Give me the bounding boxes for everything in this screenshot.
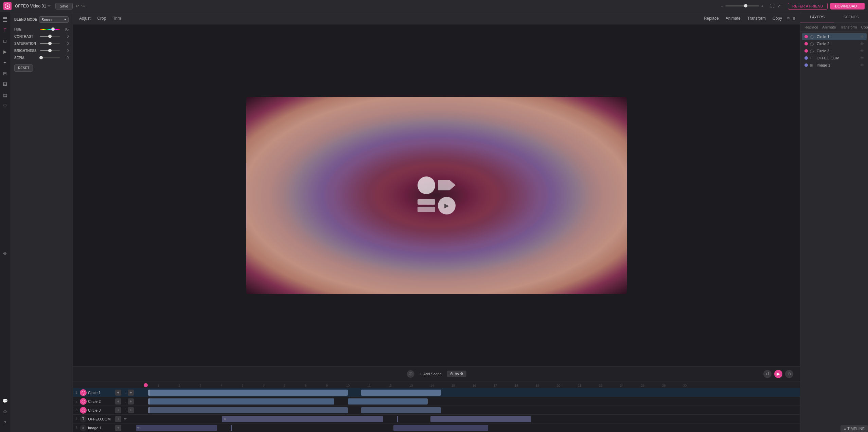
hue-slider[interactable]	[40, 29, 60, 30]
layer-item-circle1[interactable]: ◯ Circle 1 👁	[802, 33, 867, 40]
fit-screen-icon[interactable]: ⛶	[770, 3, 775, 8]
reset-button[interactable]: RESET	[14, 64, 33, 72]
timeline-track-2[interactable]: 2 ◯ Circle 2 + ⋮ +	[73, 397, 800, 406]
copy-icon[interactable]: ⧉	[787, 16, 790, 20]
track-dots-4[interactable]: ✏	[122, 416, 128, 422]
track-add-btn-4[interactable]: +	[115, 416, 121, 422]
ruler-tick-4: 4	[211, 384, 232, 387]
brightness-filter-row: BRIGHTNESS 0	[14, 49, 69, 53]
layer-item-circle3[interactable]: ◯ Circle 3 👁	[802, 48, 867, 54]
svg-rect-5	[3, 21, 7, 22]
zoom-slider[interactable]	[725, 5, 759, 6]
sidebar-icon-favorite[interactable]: ♡	[1, 102, 9, 110]
layers-tb-replace[interactable]: Replace	[803, 24, 819, 30]
tab-scenes[interactable]: SCENES	[834, 12, 868, 22]
copy-button[interactable]: Copy	[770, 15, 784, 21]
animate-button[interactable]: Animate	[724, 15, 743, 21]
saturation-slider[interactable]	[40, 43, 60, 44]
sidebar-icon-grid[interactable]: ⊞	[1, 69, 9, 77]
timeline-track-1[interactable]: 1 ◯ Circle 1 + ⋮ +	[73, 388, 800, 397]
tab-crop[interactable]: Crop	[95, 15, 108, 22]
tab-adjust[interactable]: Adjust	[77, 15, 92, 22]
record-button[interactable]: ⊙	[785, 370, 793, 378]
layer-hide-image1[interactable]: 👁	[860, 63, 864, 67]
track-dots-3[interactable]: ⋮	[122, 408, 128, 413]
brightness-slider-thumb[interactable]	[48, 49, 52, 52]
sidebar-icon-folder[interactable]: ▤	[1, 91, 9, 99]
sidebar-icon-info[interactable]: ⊕	[1, 249, 9, 258]
saturation-label: SATURATION	[14, 42, 38, 45]
sidebar-icon-chat[interactable]: 💬	[1, 397, 9, 405]
sidebar-icon-help[interactable]: ?	[1, 418, 9, 427]
track-add-btn-1b[interactable]: +	[128, 390, 134, 396]
timeline-track-5[interactable]: 5 ⊞ Image 1 + ✏	[73, 424, 800, 432]
duration-display[interactable]: ⏱ 8s ⚙	[447, 371, 466, 377]
timeline-track-3[interactable]: 3 ◯ Circle 3 + ⋮ +	[73, 406, 800, 415]
brightness-slider[interactable]	[40, 50, 60, 51]
layer-item-image1[interactable]: ⊞ Image 1 👁	[802, 62, 867, 69]
layer-color-offeo	[804, 56, 808, 60]
layer-hide-circle1[interactable]: 👁	[860, 35, 864, 39]
app-logo	[3, 2, 12, 10]
logo-play: ▶	[438, 197, 456, 214]
track-add-btn-3[interactable]: +	[115, 407, 121, 413]
layer-item-offeocom[interactable]: T OFFEO.COM 👁	[802, 55, 867, 61]
layer-hide-offeo[interactable]: 👁	[860, 56, 864, 60]
sidebar-icon-photo[interactable]: 🖼	[1, 80, 9, 88]
replace-button[interactable]: Replace	[702, 15, 721, 21]
track-icon-circle3: ◯	[80, 407, 87, 414]
tab-layers[interactable]: LAYERS	[800, 12, 834, 22]
layer-hide-circle3[interactable]: 👁	[860, 49, 864, 53]
play-button[interactable]: ▶	[774, 370, 782, 378]
layer-item-circle2[interactable]: ◯ Circle 2 👁	[802, 40, 867, 47]
svg-rect-3	[3, 18, 7, 19]
refer-friend-button[interactable]: REFER A FRIEND	[788, 3, 827, 10]
layers-tb-copy[interactable]: Copy	[860, 24, 868, 30]
layers-tb-transform[interactable]: Transform	[839, 24, 858, 30]
timeline-toggle-area: ≡ TIMELINE	[840, 425, 868, 432]
timeline-track-4[interactable]: 4 T OFFEO.COM + ✏ ✏	[73, 415, 800, 424]
replay-button[interactable]: ↺	[763, 370, 772, 378]
zoom-controls: − +	[721, 4, 763, 8]
contrast-slider[interactable]	[40, 36, 60, 37]
zoom-out-icon[interactable]: −	[721, 4, 723, 8]
ruler-tick-7: 7	[274, 384, 295, 387]
fullscreen-icon[interactable]: ⤢	[777, 3, 781, 8]
sidebar-icon-effects[interactable]: ✦	[1, 58, 9, 67]
layer-hide-circle2[interactable]: 👁	[860, 42, 864, 46]
layers-tb-animate[interactable]: Animate	[821, 24, 837, 30]
contrast-slider-thumb[interactable]	[48, 35, 52, 38]
layer-type-icon-text: T	[810, 56, 815, 60]
save-button[interactable]: Save	[55, 3, 73, 10]
add-scene-button[interactable]: + Add Scene	[420, 372, 442, 376]
edit-title-icon[interactable]: ✏	[48, 4, 51, 8]
blend-mode-select[interactable]: Screen ▾	[39, 16, 69, 23]
undo-button[interactable]: ↩	[75, 3, 79, 8]
sidebar-icon-text[interactable]: T	[1, 26, 9, 34]
video-canvas[interactable]: ▶	[246, 97, 627, 294]
zoom-in-icon[interactable]: +	[761, 4, 763, 8]
sidebar-icon-layers[interactable]	[1, 15, 9, 23]
redo-button[interactable]: ↪	[81, 3, 85, 8]
track-add-btn-5[interactable]: +	[115, 425, 121, 431]
track-dots-2[interactable]: ⋮	[122, 399, 128, 404]
track-add-btn-2[interactable]: +	[115, 398, 121, 405]
download-button[interactable]: DOWNLOAD ↓	[830, 3, 865, 10]
track-add-btn-2b[interactable]: +	[128, 398, 134, 405]
scene-info-icon[interactable]: ⓘ	[407, 370, 414, 378]
timeline-toggle-button[interactable]: ≡ TIMELINE	[840, 425, 868, 432]
transform-button[interactable]: Transform	[745, 15, 768, 21]
sepia-slider-thumb[interactable]	[39, 56, 43, 59]
track-add-btn-3b[interactable]: +	[128, 407, 134, 413]
sidebar-icon-settings[interactable]: ⚙	[1, 408, 9, 416]
sidebar-icon-shapes[interactable]: ◻	[1, 37, 9, 45]
tab-trim[interactable]: Trim	[111, 15, 123, 22]
sepia-slider[interactable]	[40, 57, 60, 58]
saturation-slider-thumb[interactable]	[48, 42, 52, 45]
track-add-btn-1[interactable]: +	[115, 390, 121, 396]
sidebar-icon-media[interactable]: ▶	[1, 48, 9, 56]
ruler-tick-6: 6	[253, 384, 274, 387]
track-dots-1[interactable]: ⋮	[122, 390, 128, 395]
delete-icon[interactable]: 🗑	[792, 16, 796, 20]
hue-slider-thumb[interactable]	[51, 27, 55, 31]
